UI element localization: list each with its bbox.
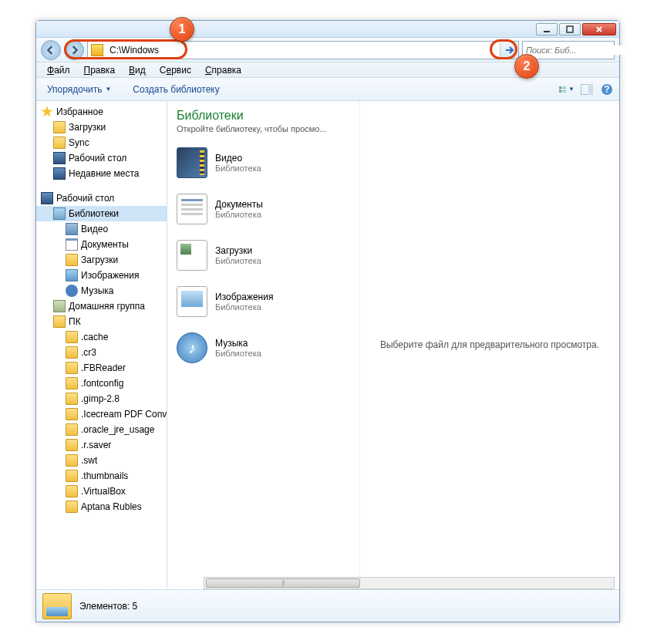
- caption-bar: [36, 21, 619, 38]
- body: Избранное Загрузки Sync Рабочий стол Нед…: [36, 101, 619, 588]
- doc-icon: [177, 194, 207, 224]
- tree-item[interactable]: .FBReader: [36, 360, 167, 376]
- folder-icon: [53, 121, 66, 133]
- svg-rect-7: [562, 90, 565, 91]
- scrollbar-thumb[interactable]: [206, 578, 360, 588]
- folder-icon: [66, 331, 78, 343]
- preview-pane-button[interactable]: [579, 82, 595, 97]
- address-input[interactable]: [106, 42, 500, 59]
- help-button[interactable]: ?: [599, 82, 615, 97]
- page-title: Библиотеки: [177, 109, 350, 123]
- folder-icon: [53, 137, 66, 149]
- menu-file[interactable]: ФФайлайл: [41, 63, 76, 77]
- tree-item[interactable]: .fontconfig: [36, 376, 167, 391]
- library-item[interactable]: ИзображенияБиблиотека: [177, 283, 350, 320]
- picture-icon: [66, 269, 78, 282]
- tree-item[interactable]: Документы: [36, 237, 167, 252]
- library-item[interactable]: ДокументыБиблиотека: [177, 191, 350, 228]
- tree-item[interactable]: .cache: [36, 329, 167, 345]
- library-item[interactable]: МузыкаБиблиотека: [177, 329, 350, 366]
- music-icon: [66, 285, 78, 297]
- star-icon: [41, 106, 53, 118]
- maximize-button[interactable]: [559, 23, 581, 35]
- doc-icon: [66, 238, 78, 251]
- search-input[interactable]: [526, 46, 633, 55]
- music-icon: [177, 332, 207, 363]
- tree-item[interactable]: Недавние места: [36, 166, 167, 181]
- menu-view[interactable]: Вид: [123, 63, 152, 77]
- menu-tools[interactable]: Сервис: [153, 63, 197, 77]
- minimize-button[interactable]: [536, 23, 558, 35]
- tree-item[interactable]: Загрузки: [36, 252, 167, 268]
- library-item[interactable]: ВидеоБиблиотека: [177, 144, 350, 181]
- library-list: Библиотеки Откройте библиотеку, чтобы пр…: [167, 101, 360, 588]
- address-bar[interactable]: [87, 41, 519, 59]
- tree-item[interactable]: .oracle_jre_usage: [36, 422, 167, 437]
- library-item[interactable]: ЗагрузкиБиблиотека: [177, 237, 350, 274]
- content: Библиотеки Откройте библиотеку, чтобы пр…: [167, 101, 619, 588]
- folder-icon: [66, 501, 78, 513]
- desktop-icon: [41, 192, 53, 204]
- go-button[interactable]: [500, 42, 518, 59]
- create-library-button[interactable]: Создать библиотеку: [126, 82, 225, 97]
- tree-item[interactable]: Рабочий стол: [36, 150, 167, 166]
- toolbar: Упорядочить▼ Создать библиотеку ▼ ?: [36, 78, 619, 101]
- library-icon: [42, 593, 72, 619]
- tree-item[interactable]: Видео: [36, 221, 167, 237]
- svg-rect-0: [544, 31, 550, 32]
- tree-item[interactable]: .VirtualBox: [36, 484, 167, 499]
- forward-button[interactable]: [64, 40, 84, 60]
- tree-item[interactable]: Изображения: [36, 268, 167, 283]
- back-button[interactable]: [41, 40, 61, 60]
- pc-icon: [53, 315, 66, 328]
- libraries-icon: [53, 207, 66, 220]
- tree-item[interactable]: .swt: [36, 453, 167, 468]
- organize-button[interactable]: Упорядочить▼: [41, 82, 117, 97]
- explorer-window: ФФайлайл Правка Вид Сервис Справка Упоря…: [35, 20, 620, 622]
- tree-item[interactable]: Загрузки: [36, 120, 167, 135]
- places-icon: [53, 167, 66, 180]
- tree-homegroup[interactable]: Домашняя группа: [36, 298, 167, 314]
- video-icon: [177, 147, 207, 178]
- horizontal-scrollbar[interactable]: [204, 577, 615, 589]
- folder-icon: [66, 423, 78, 436]
- tree-item[interactable]: Aptana Rubles: [36, 499, 167, 514]
- view-mode-button[interactable]: ▼: [559, 82, 575, 97]
- svg-text:?: ?: [604, 84, 609, 95]
- preview-pane: Выберите файл для предварительного просм…: [360, 101, 619, 588]
- folder-icon: [66, 254, 78, 266]
- svg-rect-3: [559, 86, 561, 89]
- tree-libraries[interactable]: Библиотеки: [36, 206, 167, 221]
- folder-icon: [66, 470, 78, 482]
- tree-pc[interactable]: ПК: [36, 314, 167, 329]
- folder-icon: [66, 439, 78, 451]
- desktop-icon: [53, 152, 66, 164]
- folder-icon: [66, 377, 78, 389]
- tree-favorites[interactable]: Избранное: [36, 104, 167, 120]
- svg-rect-1: [567, 26, 573, 32]
- tree-item[interactable]: .cr3: [36, 345, 167, 360]
- svg-rect-6: [559, 89, 561, 92]
- svg-rect-10: [588, 84, 593, 95]
- status-text: Элементов: 5: [79, 601, 137, 612]
- folder-icon: [91, 44, 103, 56]
- folder-icon: [66, 485, 78, 497]
- tree-item[interactable]: .gimp-2.8: [36, 391, 167, 406]
- svg-rect-5: [562, 88, 565, 89]
- video-icon: [66, 223, 78, 235]
- close-button[interactable]: [582, 23, 616, 35]
- tree-item[interactable]: .r.saver: [36, 437, 167, 453]
- callout-2: 2: [514, 54, 539, 79]
- folder-icon: [66, 362, 78, 374]
- svg-rect-4: [562, 86, 565, 87]
- tree-desktop[interactable]: Рабочий стол: [36, 191, 167, 206]
- tree-item[interactable]: Музыка: [36, 283, 167, 298]
- menu-help[interactable]: Справка: [199, 63, 248, 77]
- callout-1: 1: [170, 17, 194, 42]
- menu-edit[interactable]: Правка: [78, 63, 122, 77]
- tree-item[interactable]: Sync: [36, 135, 167, 150]
- tree-item[interactable]: .Icecream PDF Conv: [36, 406, 167, 422]
- tree-item[interactable]: .thumbnails: [36, 468, 167, 484]
- search-box[interactable]: [522, 41, 615, 59]
- page-subtitle: Откройте библиотеку, чтобы просмо...: [177, 124, 350, 133]
